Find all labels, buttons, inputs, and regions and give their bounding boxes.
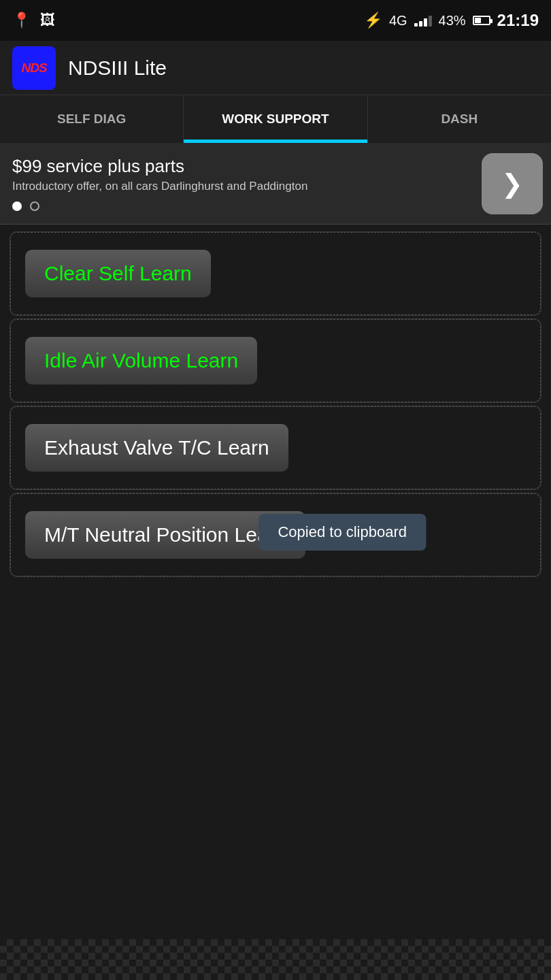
card-mt-neutral-position-learn: M/T Neutral Position Learn Copied to cli… bbox=[10, 493, 541, 577]
clipboard-toast: Copied to clipboard bbox=[258, 514, 426, 551]
image-icon: 🖼 bbox=[40, 12, 55, 29]
status-left-icons: 📍 🖼 bbox=[12, 12, 55, 29]
idle-air-volume-learn-button[interactable]: Idle Air Volume Learn bbox=[25, 337, 257, 385]
card-idle-air-volume-learn: Idle Air Volume Learn bbox=[10, 318, 541, 403]
tab-self-diag[interactable]: SELF DIAG bbox=[0, 95, 184, 143]
tab-dash[interactable]: DASH bbox=[368, 95, 551, 143]
time-display: 21:19 bbox=[497, 11, 539, 30]
battery-icon bbox=[473, 16, 490, 25]
status-right-info: ⚡ 4G 43% 21:19 bbox=[364, 11, 539, 30]
ad-title: $99 service plus parts bbox=[12, 156, 307, 177]
bottom-pattern bbox=[0, 939, 551, 980]
ad-arrow-icon: ❯ bbox=[501, 169, 523, 199]
card-clear-self-learn: Clear Self Learn bbox=[10, 231, 541, 316]
content-area: Clear Self Learn Idle Air Volume Learn E… bbox=[0, 225, 551, 584]
card-exhaust-valve-tc-learn: Exhaust Valve T/C Learn bbox=[10, 406, 541, 490]
logo-text: NDS bbox=[21, 61, 46, 76]
bar2 bbox=[419, 21, 422, 27]
ad-dot-2 bbox=[30, 201, 39, 211]
signal-bars bbox=[414, 14, 432, 27]
ad-next-button[interactable]: ❯ bbox=[482, 153, 543, 214]
ad-text-block: $99 service plus parts Introductory offe… bbox=[12, 156, 307, 211]
app-logo: NDS bbox=[12, 46, 56, 90]
ad-banner: $99 service plus parts Introductory offe… bbox=[0, 143, 551, 225]
bar3 bbox=[424, 18, 427, 27]
app-title: NDSIII Lite bbox=[68, 56, 167, 80]
ad-dot-1 bbox=[12, 201, 22, 211]
ad-subtitle: Introductory offer, on all cars Darlingh… bbox=[12, 180, 307, 193]
title-bar: NDS NDSIII Lite bbox=[0, 41, 551, 95]
tab-work-support[interactable]: WORK SUPPORT bbox=[184, 95, 367, 143]
network-type: 4G bbox=[389, 13, 407, 29]
clear-self-learn-button[interactable]: Clear Self Learn bbox=[25, 250, 211, 297]
location-icon: 📍 bbox=[12, 12, 31, 29]
bar1 bbox=[414, 23, 418, 27]
tab-bar: SELF DIAG WORK SUPPORT DASH bbox=[0, 95, 551, 143]
ad-dots bbox=[12, 201, 307, 211]
bluetooth-icon: ⚡ bbox=[364, 12, 382, 29]
battery-fill bbox=[475, 18, 481, 23]
status-bar: 📍 🖼 ⚡ 4G 43% 21:19 bbox=[0, 0, 551, 41]
bar4 bbox=[429, 16, 432, 27]
exhaust-valve-tc-learn-button[interactable]: Exhaust Valve T/C Learn bbox=[25, 424, 288, 472]
battery-percent: 43% bbox=[439, 13, 466, 29]
